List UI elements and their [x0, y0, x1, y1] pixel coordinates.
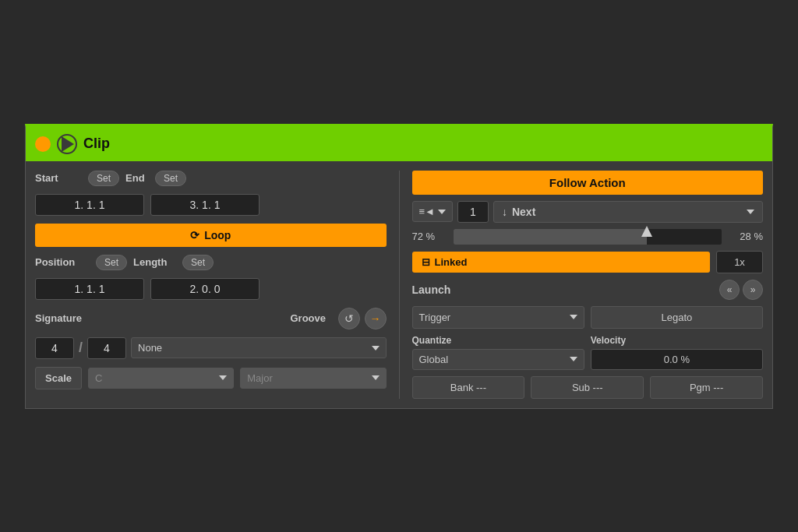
trigger-value: Trigger [419, 312, 451, 323]
launch-label: Launch [412, 284, 714, 296]
percent-bar[interactable] [454, 229, 722, 245]
quantize-value: Global [419, 354, 449, 365]
signature-groove-values-row: 4 / 4 None [35, 337, 387, 359]
groove-value: None [138, 342, 162, 354]
quantize-dropdown[interactable]: Global [412, 349, 584, 370]
quantize-label: Quantize [412, 335, 584, 346]
scale-mode-arrow-icon [372, 375, 380, 380]
pgm-button[interactable]: Pgm --- [650, 376, 763, 399]
scale-key-arrow-icon [219, 375, 227, 380]
clip-panel: Clip Start Set End Set 1. 1. 1 3. 1. 1 ⟳… [25, 124, 773, 409]
down-arrow-icon: ↓ [502, 206, 507, 218]
quantize-velocity-labels-row: Quantize Global Velocity 0.0 % [412, 335, 764, 370]
column-divider [399, 171, 400, 399]
start-end-values-row: 1. 1. 1 3. 1. 1 [35, 194, 387, 216]
signature-label: Signature [35, 312, 94, 324]
play-icon [62, 136, 74, 152]
launch-prev-button[interactable]: « [719, 280, 740, 300]
signature-denominator[interactable]: 4 [87, 337, 126, 359]
onex-value[interactable]: 1x [716, 251, 763, 273]
scale-row: Scale C Major [35, 367, 387, 389]
velocity-label: Velocity [591, 335, 763, 346]
start-set-button[interactable]: Set [88, 171, 119, 186]
pct-left-label: 72 % [412, 231, 447, 242]
signature-groove-row: Signature Groove ↺ → [35, 308, 387, 329]
play-button[interactable] [57, 134, 77, 154]
goto-groove-button[interactable]: → [365, 308, 387, 329]
quantize-arrow-icon [570, 357, 577, 361]
scale-key-dropdown[interactable]: C [88, 368, 234, 389]
follow-count[interactable]: 1 [457, 201, 489, 223]
trigger-dropdown[interactable]: Trigger [412, 306, 584, 329]
position-label: Position [35, 256, 90, 268]
end-label: End [125, 172, 149, 184]
signature-numerator[interactable]: 4 [35, 337, 74, 359]
panel-header: Clip [26, 127, 772, 161]
velocity-col: Velocity 0.0 % [591, 335, 763, 370]
bar-fill [454, 229, 647, 245]
menu-lines-icon: ≡◄ [419, 206, 435, 217]
next-label: Next [512, 206, 535, 218]
scale-button[interactable]: Scale [35, 367, 82, 389]
sub-button[interactable]: Sub --- [531, 376, 644, 399]
start-value[interactable]: 1. 1. 1 [35, 194, 144, 216]
next-arrow-icon [747, 210, 754, 214]
loop-button[interactable]: ⟳ Loop [35, 224, 387, 247]
right-column: Follow Action ≡◄ 1 ↓ Next 72 % [412, 171, 764, 399]
position-length-row: Position Set Length Set [35, 255, 387, 270]
groove-label: Groove [291, 312, 334, 324]
launch-next-button[interactable]: » [743, 280, 763, 300]
end-set-button[interactable]: Set [155, 171, 186, 186]
panel-title: Clip [83, 136, 110, 152]
linked-label: Linked [435, 256, 468, 268]
follow-next-button[interactable]: ↓ Next [493, 201, 763, 223]
linked-button[interactable]: ⊟ Linked [412, 252, 711, 273]
linked-row: ⊟ Linked 1x [412, 251, 764, 273]
bar-indicator-icon [641, 226, 652, 237]
position-value[interactable]: 1. 1. 1 [35, 278, 144, 300]
quantize-col: Quantize Global [412, 335, 584, 370]
launch-nav-buttons: « » [719, 280, 763, 300]
left-column: Start Set End Set 1. 1. 1 3. 1. 1 ⟳ Loop… [35, 171, 387, 399]
groove-arrow-icon [372, 346, 380, 351]
start-end-row: Start Set End Set [35, 171, 387, 186]
link-icon: ⊟ [422, 256, 430, 268]
legato-button[interactable]: Legato [591, 306, 763, 329]
loop-label: Loop [204, 229, 231, 241]
scale-key-value: C [95, 372, 102, 384]
velocity-value[interactable]: 0.0 % [591, 349, 763, 370]
follow-action-header: Follow Action [412, 171, 764, 195]
status-circle-icon[interactable] [35, 136, 51, 152]
loop-icon: ⟳ [190, 229, 200, 241]
launch-header-row: Launch « » [412, 280, 764, 300]
position-set-button[interactable]: Set [96, 255, 127, 270]
bank-sub-pgm-row: Bank --- Sub --- Pgm --- [412, 376, 764, 399]
start-label: Start [35, 172, 82, 184]
follow-action-row1: ≡◄ 1 ↓ Next [412, 201, 764, 223]
panel-body: Start Set End Set 1. 1. 1 3. 1. 1 ⟳ Loop… [26, 161, 772, 408]
bank-button[interactable]: Bank --- [412, 376, 525, 399]
percent-bar-row: 72 % 28 % [412, 229, 764, 245]
length-label: Length [133, 256, 176, 268]
scale-mode-dropdown[interactable]: Major [240, 368, 386, 389]
length-value[interactable]: 2. 0. 0 [150, 278, 260, 300]
end-value[interactable]: 3. 1. 1 [150, 194, 260, 216]
length-set-button[interactable]: Set [182, 255, 214, 270]
groove-dropdown[interactable]: None [131, 337, 386, 358]
trigger-arrow-icon [570, 315, 577, 319]
refresh-groove-button[interactable]: ↺ [338, 308, 360, 329]
scale-mode-value: Major [247, 372, 273, 384]
follow-menu-button[interactable]: ≡◄ [412, 201, 453, 222]
sig-slash: / [79, 340, 83, 356]
trigger-legato-row: Trigger Legato [412, 306, 764, 329]
menu-arrow-icon [438, 210, 446, 214]
position-length-values-row: 1. 1. 1 2. 0. 0 [35, 278, 387, 300]
pct-right-label: 28 % [728, 231, 763, 242]
